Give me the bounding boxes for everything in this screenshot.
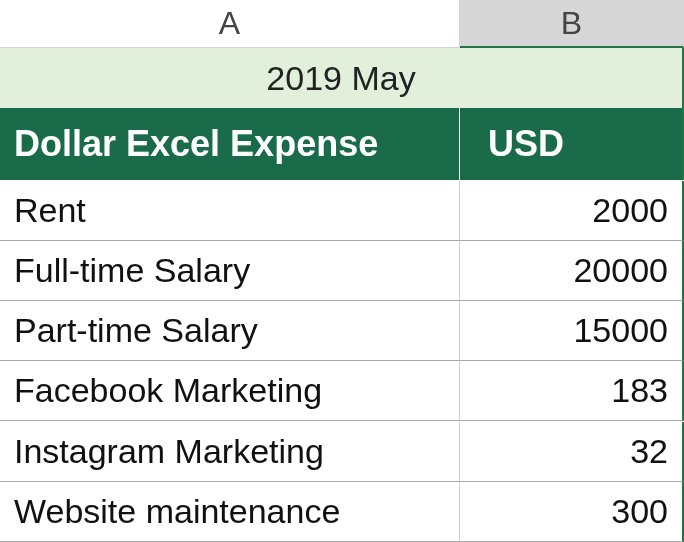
header-value-cell[interactable]: USD	[460, 108, 684, 180]
cell-label[interactable]: Part-time Salary	[0, 301, 460, 361]
column-header-b[interactable]: B	[460, 0, 684, 48]
cell-label[interactable]: Instagram Marketing	[0, 422, 460, 482]
cell-label[interactable]: Rent	[0, 181, 460, 241]
cell-value[interactable]: 20000	[460, 241, 684, 301]
cell-value[interactable]: 32	[460, 422, 684, 482]
cell-value[interactable]: 300	[460, 482, 684, 542]
header-label-cell[interactable]: Dollar Excel Expense	[0, 108, 460, 180]
cell-value[interactable]: 15000	[460, 301, 684, 361]
spreadsheet: A B 2019 May Dollar Excel Expense USD Re…	[0, 0, 684, 542]
column-header-a[interactable]: A	[0, 0, 460, 48]
cell-label[interactable]: Facebook Marketing	[0, 361, 460, 421]
cell-value[interactable]: 183	[460, 361, 684, 421]
cell-label[interactable]: Website maintenance	[0, 482, 460, 542]
title-cell[interactable]: 2019 May	[0, 48, 684, 108]
cell-label[interactable]: Full-time Salary	[0, 241, 460, 301]
cell-value[interactable]: 2000	[460, 181, 684, 241]
